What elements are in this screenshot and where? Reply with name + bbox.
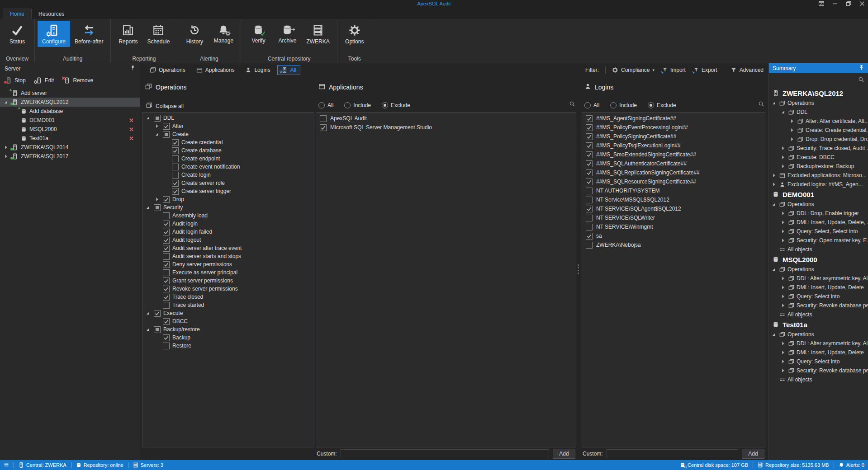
before-after-button[interactable]: Before-after	[70, 21, 108, 47]
summary-node-operations[interactable]: Operations	[769, 99, 868, 108]
logins-radio-include[interactable]: Include	[610, 102, 637, 108]
server-tree-item-msql2000[interactable]: MSQL2000✕	[0, 125, 140, 134]
summary-node-operations[interactable]: Operations	[769, 265, 868, 274]
server-tree-item-zwerka-sql2014[interactable]: ZWERKA\SQL2014	[0, 143, 140, 152]
summary-node-ddl-alter-asymmetric-key-al-[interactable]: DDL: Alter asymmetric key, Al...	[769, 274, 868, 283]
checkbox-off[interactable]	[172, 172, 179, 179]
manage-button[interactable]: Manage	[209, 21, 238, 46]
summary-node-security-open-master-key-e-[interactable]: Security: Open master key, E...	[769, 236, 868, 245]
checkbox-partial[interactable]	[154, 115, 161, 122]
summary-database-msql2000[interactable]: MSQL2000	[769, 254, 868, 265]
expander-closed-icon[interactable]	[781, 155, 786, 160]
login-item--ms-sqlreplicationsigningcertificate-[interactable]: ##MS_SQLReplicationSigningCertificate##	[582, 168, 765, 177]
expander-open-icon[interactable]	[772, 202, 777, 207]
collapse-all-button[interactable]: Collapse all	[146, 102, 184, 110]
expander-open-icon[interactable]	[772, 332, 777, 337]
summary-node-security-revoke-database-pe-[interactable]: Security: Revoke database pe...	[769, 301, 868, 310]
checkbox-on[interactable]	[586, 142, 593, 149]
operation-node-assembly-load[interactable]: Assembly load	[143, 212, 314, 220]
checkbox-off[interactable]	[320, 115, 327, 122]
expander-closed-icon[interactable]	[781, 368, 786, 373]
summary-node-query-select-into[interactable]: Query: Select into	[769, 357, 868, 366]
checkbox-on[interactable]	[586, 124, 593, 131]
summary-node-excluded-logins-ms-agen-[interactable]: Excluded logins: ##MS_Agen...	[769, 180, 868, 189]
summary-node-ddl-alter-asymmetric-key-al-[interactable]: DDL: Alter asymmetric key, Al...	[769, 339, 868, 348]
expander-open-icon[interactable]	[146, 310, 151, 316]
status-button[interactable]: Status	[3, 21, 32, 47]
radio-circle[interactable]	[610, 102, 617, 108]
operation-node-security[interactable]: Security	[143, 203, 314, 212]
server-tree-item-test01a[interactable]: Test01a✕	[0, 134, 140, 143]
reports-button[interactable]: Reports	[114, 21, 142, 47]
summary-node-dml-insert-update-delete[interactable]: DML: Insert, Update, Delete	[769, 348, 868, 357]
operation-node-revoke-server-permissions[interactable]: Revoke server permissions	[143, 285, 314, 293]
radio-circle[interactable]	[382, 102, 388, 108]
logins-radio-all[interactable]: All	[584, 102, 599, 108]
stop-server-button[interactable]: Stop	[5, 77, 26, 84]
expander-closed-icon[interactable]	[781, 285, 786, 290]
checkbox-off[interactable]	[163, 212, 170, 219]
tab-operations[interactable]: Operations	[146, 65, 190, 75]
login-item--ms-sqlauthenticatorcertificate-[interactable]: ##MS_SQLAuthenticatorCertificate##	[582, 159, 765, 168]
operation-node-create-event-notification[interactable]: Create event notification	[143, 163, 314, 171]
expander-open-icon[interactable]	[146, 205, 151, 210]
radio-circle[interactable]	[318, 102, 325, 108]
checkbox-on[interactable]	[163, 229, 170, 235]
expander-closed-icon[interactable]	[155, 197, 160, 202]
checkbox-on[interactable]	[586, 133, 593, 140]
operation-node-create-endpoint[interactable]: Create endpoint	[143, 155, 314, 163]
advanced-filter-button[interactable]: Advanced	[730, 67, 764, 73]
server-tree-item-add-server[interactable]: +Add server	[0, 89, 140, 98]
checkbox-on[interactable]	[586, 169, 593, 176]
login-item--ms-agentsigningcertificate-[interactable]: ##MS_AgentSigningCertificate##	[582, 114, 765, 123]
options-button[interactable]: Options	[340, 21, 369, 47]
summary-node-all-objects[interactable]: All objects	[769, 245, 868, 254]
expander-closed-icon[interactable]	[781, 238, 786, 243]
operation-node-audit-server-alter-trace-event[interactable]: Audit server alter trace event	[143, 244, 314, 252]
checkbox-on[interactable]	[586, 179, 593, 185]
summary-node-execute-dbcc[interactable]: Execute: DBCC	[769, 153, 868, 162]
checkbox-on[interactable]	[163, 261, 170, 268]
checkbox-partial[interactable]	[163, 131, 170, 138]
summary-server-zwerka-sql2012[interactable]: ZWERKA\SQL2012	[769, 88, 868, 99]
column-splitter-handle[interactable]	[578, 264, 579, 274]
radio-circle[interactable]	[648, 102, 654, 108]
checkbox-on[interactable]	[163, 277, 170, 284]
checkbox-off[interactable]	[586, 188, 593, 194]
expander-closed-icon[interactable]	[781, 211, 786, 216]
summary-node-ddl-drop-enable-trigger[interactable]: DDL: Drop, Enable trigger	[769, 209, 868, 218]
login-item--ms-policytsqlexecutionlogin-[interactable]: ##MS_PolicyTsqlExecutionLogin##	[582, 141, 765, 150]
operation-node-execute-as-server-principal[interactable]: Execute as server principal	[143, 268, 314, 277]
login-item-nt-service-mssql-sql2012[interactable]: NT Service\MSSQL$SQL2012	[582, 195, 765, 204]
checkbox-on[interactable]	[586, 115, 593, 122]
search-icon[interactable]	[758, 101, 764, 108]
history-button[interactable]: History	[180, 21, 209, 47]
login-item--ms-sqlresourcesigningcertificate-[interactable]: ##MS_SQLResourceSigningCertificate##	[582, 177, 765, 186]
expander-open-icon[interactable]	[781, 109, 786, 115]
operation-node-audit-server-starts-and-stops[interactable]: Audit server starts and stops	[143, 252, 314, 260]
applications-add-button[interactable]: Add	[553, 449, 575, 459]
checkbox-off[interactable]	[172, 164, 179, 170]
checkbox-on[interactable]	[163, 123, 170, 130]
logins-add-button[interactable]: Add	[742, 449, 764, 459]
operation-node-deny-server-permissions[interactable]: Deny server permissions	[143, 260, 314, 268]
operation-node-create-login[interactable]: Create login	[143, 171, 314, 179]
login-item-zwerka-nebojsa[interactable]: ZWERKA\Nebojsa	[582, 240, 765, 249]
expander-closed-icon[interactable]	[781, 220, 786, 225]
operation-node-audit-login[interactable]: Audit login	[143, 220, 314, 228]
import-filter-button[interactable]: Import	[661, 67, 686, 74]
expander-closed-icon[interactable]	[781, 146, 786, 151]
checkbox-off[interactable]	[586, 197, 593, 203]
operation-node-restore[interactable]: Restore	[143, 342, 314, 350]
radio-circle[interactable]	[344, 102, 351, 108]
operation-node-trace-closed[interactable]: Trace closed	[143, 293, 314, 301]
zwerka-button[interactable]: ZWERKA	[302, 21, 334, 47]
server-tree-item-demo001[interactable]: DEMO001✕	[0, 116, 140, 125]
checkbox-on[interactable]	[320, 124, 327, 131]
configure-button[interactable]: Configure	[38, 21, 70, 47]
checkbox-off[interactable]	[163, 302, 170, 309]
checkbox-off[interactable]	[586, 242, 593, 249]
summary-node-security-trace-closed-audit-[interactable]: Security: Trace closed, Audit ...	[769, 144, 868, 153]
summary-node-operations[interactable]: Operations	[769, 330, 868, 339]
expander-closed-icon[interactable]	[781, 359, 786, 364]
